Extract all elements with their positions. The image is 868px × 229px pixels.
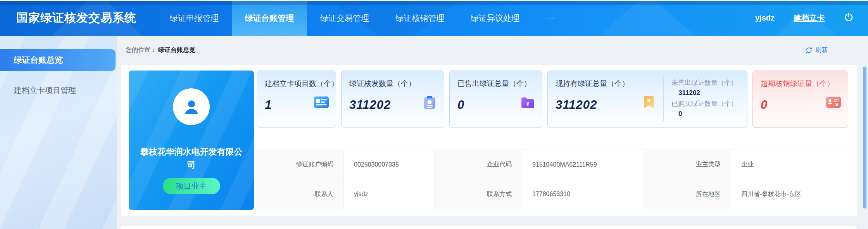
stat-card-expired: 超期核销绿证量（个） 0 — [752, 71, 848, 128]
logout-button[interactable] — [844, 12, 854, 24]
breadcrumb-current: 绿证台账总览 — [158, 46, 195, 54]
refresh-icon — [805, 46, 813, 54]
ribbon-star-icon — [640, 93, 658, 111]
overview-panel: 攀枝花华润水电开发有限公司 项目业主 建档立卡项目数（个） 1 — [121, 65, 857, 216]
stat-card-filing-projects: 建档立卡项目数（个） 1 — [257, 71, 336, 128]
card-cancel-icon — [825, 93, 842, 111]
substat-label: 未售出绿证数量（个） — [671, 77, 745, 88]
table-value: yjsdz — [344, 179, 435, 209]
breadcrumb-bar: 您的位置： 绿证台账总览 刷新 — [117, 36, 868, 64]
stat-card-held-main: 现持有绿证总量（个） 311202 — [548, 71, 663, 127]
stat-card-sold: 已售出绿证总量（个） 0 ¥ — [449, 71, 542, 128]
vertical-scrollbar-thumb[interactable] — [863, 67, 866, 208]
table-label: 企业代码 — [435, 150, 522, 179]
nav-tab-ledger[interactable]: 绿证台账管理 — [232, 0, 307, 36]
substats-block: 未售出绿证数量（个） 311202 已购买绿证数量（个） 0 — [664, 71, 747, 127]
user-icon — [181, 97, 202, 117]
refresh-button[interactable]: 刷新 — [805, 46, 828, 54]
table-value: 91510400MA62111R59 — [522, 150, 643, 179]
substat-label: 已购买绿证数量（个） — [671, 98, 745, 109]
table-value: 企业 — [731, 150, 848, 179]
header-decoration — [589, 0, 705, 36]
avatar — [173, 88, 210, 125]
nav-tab-declare[interactable]: 绿证申报管理 — [157, 0, 232, 36]
nav-tab-dispute[interactable]: 绿证异议处理 — [457, 0, 533, 36]
main-content: 您的位置： 绿证台账总览 刷新 — [117, 36, 868, 229]
table-value: 四川省-攀枝花市-东区 — [731, 179, 848, 209]
table-label: 所在地区 — [643, 179, 731, 209]
username-label: yjsdz — [755, 14, 775, 22]
table-label: 绿证账户编码 — [257, 150, 344, 179]
nav-tab-trade[interactable]: 绿证交易管理 — [307, 0, 382, 36]
breadcrumb-prefix: 您的位置： — [126, 46, 157, 54]
refresh-label: 刷新 — [815, 46, 828, 54]
folder-yen-icon: ¥ — [519, 93, 537, 111]
stats-row: 建档立卡项目数（个） 1 — [257, 71, 848, 128]
table-value: 17780653310 — [522, 179, 643, 209]
app-root: 国家绿证核发交易系统 绿证申报管理 绿证台账管理 绿证交易管理 绿证核销管理 绿… — [0, 0, 868, 229]
certificate-badge-icon — [421, 93, 438, 111]
main-nav: 绿证申报管理 绿证台账管理 绿证交易管理 绿证核销管理 绿证异议处理 ··· — [157, 0, 568, 36]
nav-tab-redeem[interactable]: 绿证核销管理 — [382, 0, 457, 36]
table-value: 0025030007338 — [344, 150, 435, 179]
table-label: 业主类型 — [643, 150, 731, 179]
svg-text:¥: ¥ — [526, 100, 530, 107]
stat-label: 超期核销绿证量（个） — [761, 79, 841, 89]
header-divider — [784, 13, 784, 23]
company-card: 攀枝花华润水电开发有限公司 项目业主 — [129, 71, 254, 210]
top-header: 国家绿证核发交易系统 绿证申报管理 绿证台账管理 绿证交易管理 绿证核销管理 绿… — [0, 0, 868, 36]
stat-card-held: 现持有绿证总量（个） 311202 — [547, 71, 747, 128]
owner-type-badge: 项目业主 — [163, 178, 220, 194]
account-info-table: 绿证账户编码 0025030007338 企业代码 91510400MA6211… — [257, 150, 848, 209]
sidebar: 绿证台账总览 建档立卡项目管理 — [0, 36, 117, 229]
power-icon — [844, 12, 854, 24]
right-column: 建档立卡项目数（个） 1 — [257, 71, 848, 210]
sidebar-item-ledger-overview[interactable]: 绿证台账总览 — [0, 49, 116, 71]
next-panel-peek — [121, 226, 857, 229]
substat-value: 0 — [671, 109, 745, 119]
nav-tab-more[interactable]: ··· — [533, 0, 568, 36]
system-title: 国家绿证核发交易系统 — [0, 0, 136, 36]
stat-label: 已售出绿证总量（个） — [457, 79, 535, 89]
header-right: yjsdz 建档立卡 — [755, 0, 868, 36]
stat-label: 现持有绿证总量（个） — [556, 79, 656, 89]
stat-label: 建档立卡项目数（个） — [265, 79, 329, 89]
sidebar-item-filing-projects[interactable]: 建档立卡项目管理 — [0, 83, 117, 98]
company-name: 攀枝花华润水电开发有限公司 — [129, 145, 254, 172]
filing-link[interactable]: 建档立卡 — [794, 13, 825, 23]
stat-card-issued: 绿证核发数量（个） 311202 — [341, 71, 444, 128]
table-label: 联系人 — [257, 179, 344, 209]
header-divider — [834, 13, 834, 23]
substat-value: 311202 — [671, 88, 745, 98]
table-label: 联系方式 — [435, 179, 522, 209]
id-card-icon — [312, 93, 330, 111]
stat-label: 绿证核发数量（个） — [349, 79, 437, 89]
